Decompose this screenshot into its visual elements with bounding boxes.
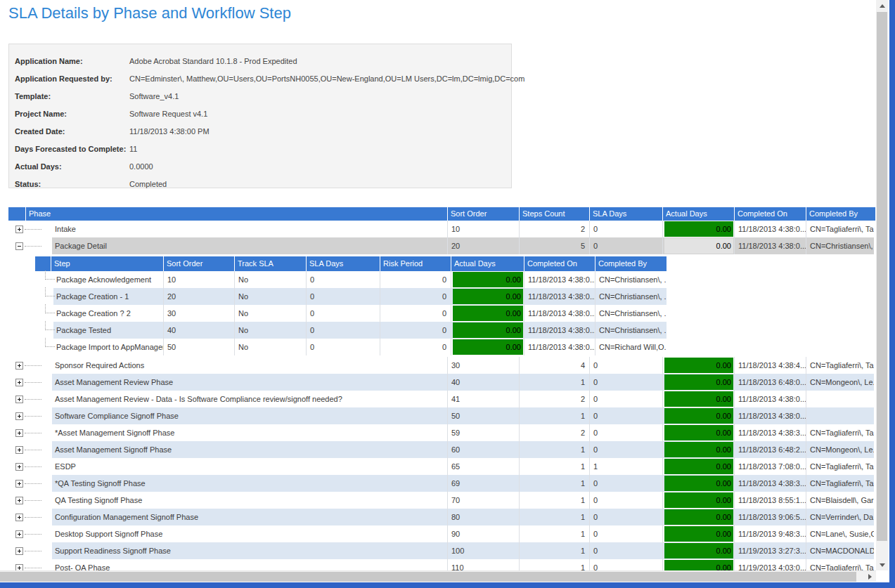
phase-row[interactable]: Support Readiness Signoff Phase100100.00…: [8, 542, 875, 559]
collapse-icon[interactable]: [15, 242, 23, 250]
completed-by-cell: CN=Mongeon\, Le...: [806, 441, 874, 458]
completed-on-cell: 11/18/2013 7:08:0...: [734, 458, 806, 475]
info-value: 11: [129, 145, 137, 153]
step-row-gutter: [35, 271, 53, 288]
info-label: Project Name:: [15, 110, 129, 118]
phase-row[interactable]: Package Detail20500.0011/18/2013 4:38:0.…: [8, 237, 875, 254]
step-actual-days-cell: 0.00: [451, 288, 524, 305]
expand-icon[interactable]: [15, 446, 23, 454]
vertical-scrollbar[interactable]: [876, 0, 888, 570]
expand-icon[interactable]: [15, 514, 23, 521]
step-grid: StepSort OrderTrack SLASLA DaysRisk Peri…: [35, 256, 667, 355]
sla-indicator-bar: 0.00: [664, 391, 733, 407]
phase-row[interactable]: Asset Management Review - Data - Is Soft…: [8, 391, 875, 407]
expand-icon[interactable]: [15, 497, 23, 504]
steps-count-cell: 5: [519, 237, 589, 254]
completed-on-cell: 11/18/2013 4:38:3...: [734, 424, 806, 441]
application-info-panel: Application Name:Adobe Acrobat Standard …: [8, 44, 512, 188]
completed-by-cell: CN=Tagliaferri\, Ta..: [806, 424, 874, 441]
expand-icon[interactable]: [15, 547, 23, 555]
actual-days-cell: 0.00: [662, 458, 734, 475]
phase-row[interactable]: ESDP65110.0011/18/2013 7:08:0...CN=Tagli…: [8, 458, 875, 475]
actual-days-cell: 0.00: [662, 391, 734, 407]
sort-order-cell: 40: [447, 374, 519, 391]
phase-name-cell: QA Testing Signoff Phase: [52, 492, 447, 509]
step-row[interactable]: Package Creation - 120No000.0011/18/2013…: [35, 288, 667, 305]
step-row[interactable]: Package Acknowledgement10No000.0011/18/2…: [35, 271, 667, 288]
phase-row[interactable]: Asset Management Signoff Phase60100.0011…: [8, 441, 875, 458]
info-value: CN=Edminster\, Matthew,OU=Users,OU=Ports…: [129, 74, 524, 83]
expand-icon[interactable]: [15, 480, 23, 488]
info-label: Status:: [15, 180, 129, 188]
tree-branch-icon: [45, 270, 55, 280]
scroll-right-button[interactable]: [864, 571, 876, 582]
sla-indicator-bar: 0.00: [453, 306, 523, 321]
sla-indicator-bar: 0.00: [664, 492, 733, 508]
row-gutter: [8, 441, 52, 458]
phase-row[interactable]: Desktop Support Signoff Phase90100.0011/…: [8, 525, 875, 542]
expand-icon[interactable]: [15, 396, 23, 403]
actual-days-cell: 0.00: [662, 374, 734, 391]
actual-days-cell: 0.00: [662, 221, 734, 237]
tree-dots-icon: [25, 365, 41, 366]
steps-count-cell: 1: [519, 509, 589, 525]
phase-name-cell: Sponsor Required Actions: [52, 357, 447, 374]
phase-row[interactable]: Configuration Management Signoff Phase80…: [8, 509, 875, 525]
phase-row[interactable]: *Asset Management Signoff Phase59200.001…: [8, 424, 875, 441]
horizontal-scrollbar[interactable]: [0, 570, 876, 582]
grid-header-row: PhaseSort OrderSteps CountSLA DaysActual…: [8, 207, 875, 221]
step-sort-order-cell: 50: [163, 339, 234, 355]
phase-row[interactable]: QA Testing Signoff Phase70100.0011/18/20…: [8, 492, 875, 509]
scroll-down-button[interactable]: [876, 559, 888, 570]
step-actual-days-cell: 0.00: [451, 322, 524, 339]
sla-indicator-bar: 0.00: [664, 358, 733, 373]
phase-name-cell: Asset Management Signoff Phase: [52, 441, 447, 458]
expand-icon[interactable]: [15, 463, 23, 471]
step-row[interactable]: Package Tested40No000.0011/18/2013 4:38:…: [35, 322, 667, 339]
window-border-right: [889, 0, 895, 588]
sort-order-cell: 80: [447, 509, 519, 525]
phase-row[interactable]: Software Compliance Signoff Phase50100.0…: [8, 407, 875, 424]
step-completed-on-cell: 11/18/2013 4:38:0...: [524, 288, 595, 305]
completed-by-cell: CN=Mongeon\, Le...: [806, 374, 874, 391]
row-gutter: [8, 424, 52, 441]
tree-dots-icon: [25, 399, 41, 400]
expand-icon[interactable]: [15, 429, 23, 437]
completed-on-cell: 11/18/2013 4:38:0...: [734, 391, 806, 407]
phase-row[interactable]: *QA Testing Signoff Phase69100.0011/18/2…: [8, 475, 875, 492]
expand-icon[interactable]: [15, 226, 23, 233]
expand-icon[interactable]: [15, 379, 23, 386]
step-row-gutter: [35, 322, 53, 339]
sla-days-cell: 0: [589, 441, 662, 458]
phase-row[interactable]: Intake10200.0011/18/2013 4:38:0...CN=Tag…: [8, 221, 875, 237]
phase-row[interactable]: Asset Management Review Phase40100.0011/…: [8, 374, 875, 391]
sort-order-cell: 60: [447, 441, 519, 458]
arrow-up-icon: [880, 4, 885, 8]
phase-name-cell: Asset Management Review - Data - Is Soft…: [52, 391, 447, 407]
phase-row[interactable]: Sponsor Required Actions30400.0011/18/20…: [8, 357, 875, 374]
row-gutter: [8, 374, 52, 391]
tree-dots-icon: [25, 382, 41, 383]
expand-icon[interactable]: [15, 412, 23, 420]
step-sort-order-cell: 20: [163, 288, 234, 305]
sort-order-cell: 41: [447, 391, 519, 407]
vertical-scrollbar-thumb[interactable]: [877, 12, 887, 541]
horizontal-scrollbar-thumb[interactable]: [0, 572, 856, 582]
column-header-phase: Phase: [25, 207, 447, 221]
scroll-up-button[interactable]: [876, 0, 888, 11]
step-row[interactable]: Package Import to AppManager50No000.0011…: [35, 339, 667, 355]
step-row[interactable]: Package Creation ? 230No000.0011/18/2013…: [35, 305, 667, 322]
tree-dots-icon: [25, 534, 41, 535]
step-column-header-track-sla: Track SLA: [234, 256, 306, 271]
expand-icon[interactable]: [15, 362, 23, 370]
step-completed-by-cell: CN=Christiansen\, ...: [595, 322, 667, 339]
expand-icon[interactable]: [15, 530, 23, 538]
sort-order-cell: 69: [447, 475, 519, 492]
tree-dots-icon: [25, 229, 41, 230]
steps-count-cell: 2: [519, 221, 589, 237]
tree-dots-icon: [25, 517, 41, 518]
phase-name-cell: Package Detail: [52, 237, 447, 254]
window-border-bottom: [0, 582, 895, 588]
info-label: Application Requested by:: [15, 74, 129, 83]
sort-order-cell: 30: [447, 357, 519, 374]
